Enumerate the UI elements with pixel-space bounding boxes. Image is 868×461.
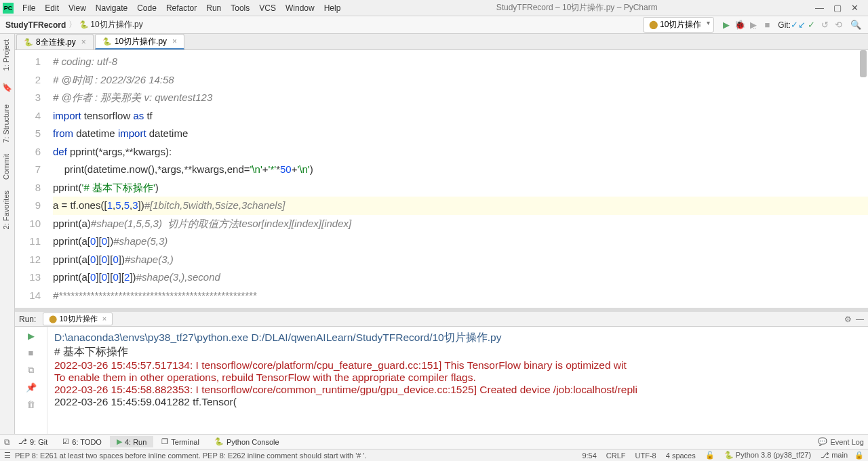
tab-8全连接[interactable]: 🐍 8全连接.py × xyxy=(16,34,94,49)
tab-todo[interactable]: ☑6: TODO xyxy=(56,436,108,447)
python-file-icon: 🐍 xyxy=(24,38,33,47)
left-tool-strip: 1: Project 🔖 7: Structure Commit 2: Favo… xyxy=(0,34,15,434)
line-separator[interactable]: CRLF xyxy=(606,452,626,460)
trash-icon[interactable]: 🗑 xyxy=(26,399,35,409)
tool-project[interactable]: 1: Project xyxy=(0,34,12,76)
interpreter-indicator[interactable]: 🐍 Python 3.8 (py38_tf27) xyxy=(724,451,811,460)
tab-close-icon[interactable]: × xyxy=(172,37,177,46)
pin-icon[interactable]: 📌 xyxy=(26,382,37,393)
breadcrumb-project[interactable]: StudyTFRecord xyxy=(5,20,66,30)
hide-icon[interactable]: — xyxy=(856,315,864,324)
code-line: # coding: utf-8 xyxy=(53,56,117,67)
code-area[interactable]: # coding: utf-8 # @时间 : 2022/3/26 14:58 … xyxy=(53,50,868,308)
window-title: StudyTFRecord – 10切片操作.py – PyCharm xyxy=(345,2,808,14)
tab-python-console[interactable]: 🐍Python Console xyxy=(208,436,286,447)
maximize-icon[interactable]: ▢ xyxy=(833,3,842,13)
rerun-icon[interactable]: ▶ xyxy=(28,331,35,341)
git-history-icon[interactable]: ↺ xyxy=(818,20,831,30)
code-line: #***************************************… xyxy=(53,289,256,301)
status-tools-icon[interactable]: ☰ xyxy=(4,451,11,460)
menu-tools[interactable]: Tools xyxy=(226,2,254,14)
editor-tabs: 🐍 8全连接.py × 🐍 10切片操作.py × xyxy=(0,34,868,50)
menu-file[interactable]: File xyxy=(18,2,39,14)
stop-icon[interactable]: ■ xyxy=(28,348,34,358)
menu-edit[interactable]: Edit xyxy=(41,2,63,14)
git-revert-icon[interactable]: ⟲ xyxy=(831,20,845,30)
caret-position[interactable]: 9:54 xyxy=(582,452,596,460)
run-toolwindow-header: Run: ⬤ 10切片操作 × ⚙ — xyxy=(15,312,868,327)
close-icon[interactable]: ✕ xyxy=(851,3,859,13)
breadcrumb-sep: 〉 xyxy=(68,19,77,31)
menu-run[interactable]: Run xyxy=(202,2,225,14)
tool-structure[interactable]: 7: Structure xyxy=(0,99,12,148)
terminal-icon: ❐ xyxy=(161,437,168,446)
run-config-chip[interactable]: ⬤ 10切片操作 × xyxy=(43,313,113,325)
console-line: To enable them in other operations, rebu… xyxy=(54,372,861,384)
menu-window[interactable]: Window xyxy=(281,2,319,14)
tab-git[interactable]: ⎇9: Git xyxy=(12,436,54,447)
file-encoding[interactable]: UTF-8 xyxy=(635,452,656,460)
run-label: Run: xyxy=(19,315,36,324)
gear-icon[interactable]: ⚙ xyxy=(844,315,852,324)
debug-button[interactable]: 🐞 xyxy=(733,20,747,30)
indent-setting[interactable]: 4 spaces xyxy=(666,452,696,460)
speech-bubble-icon: 💬 xyxy=(818,437,827,446)
python-file-icon: 🐍 xyxy=(79,20,89,30)
console-line: # 基本下标操作 xyxy=(54,345,861,359)
tab-terminal[interactable]: ❐Terminal xyxy=(155,436,206,447)
todo-icon: ☑ xyxy=(62,437,69,446)
menu-refactor[interactable]: Refactor xyxy=(162,2,201,14)
tool-favorites[interactable]: 2: Favorites xyxy=(0,185,12,235)
hide-all-icon[interactable]: ⧉ xyxy=(4,437,10,447)
run-toolwindow: ▶ ■ ⧉ 📌 🗑 D:\anaconda3\envs\py38_tf27\py… xyxy=(15,327,868,434)
console-cmd: D:\anaconda3\envs\py38_tf27\python.exe D… xyxy=(54,331,861,345)
run-icon: ▶ xyxy=(117,437,122,446)
tab-label: 10切片操作.py xyxy=(115,36,167,47)
run-config-chip-label: 10切片操作 xyxy=(59,315,97,323)
tab-close-icon[interactable]: × xyxy=(81,37,86,47)
search-everywhere-icon[interactable]: 🔍 xyxy=(849,20,863,30)
coverage-button[interactable]: ▶̤ xyxy=(747,20,760,30)
pycharm-icon: PC xyxy=(3,3,14,14)
tool-commit[interactable]: Commit xyxy=(0,148,12,185)
run-side-toolbar: ▶ ■ ⧉ 📌 🗑 xyxy=(15,327,47,434)
git-icon: ⎇ xyxy=(18,437,27,446)
breadcrumb-file[interactable]: 10切片操作.py xyxy=(90,19,142,31)
tab-run[interactable]: ▶4: Run xyxy=(110,436,153,447)
readonly-icon[interactable]: 🔓 xyxy=(705,451,715,460)
menu-vcs[interactable]: VCS xyxy=(255,2,280,14)
event-log-button[interactable]: 💬Event Log xyxy=(818,437,864,446)
line-number-gutter: 1234567891011121314 xyxy=(15,50,53,308)
status-pep8: PEP 8: E261 at least two spaces before i… xyxy=(15,452,367,460)
lock-icon[interactable]: 🔒 xyxy=(854,451,864,460)
bottom-toolwindow-tabs: ⧉ ⎇9: Git ☑6: TODO ▶4: Run ❐Terminal 🐍Py… xyxy=(0,434,868,449)
menubar: PC File Edit View Navigate Code Refactor… xyxy=(0,0,868,16)
tab-10切片操作[interactable]: 🐍 10切片操作.py × xyxy=(95,34,184,49)
menu-help[interactable]: Help xyxy=(320,2,345,14)
menu-view[interactable]: View xyxy=(64,2,90,14)
git-label: Git: xyxy=(778,20,791,30)
menu-navigate[interactable]: Navigate xyxy=(92,2,132,14)
stop-button[interactable]: ■ xyxy=(760,20,774,30)
code-line: # @时间 : 2022/3/26 14:58 xyxy=(53,74,174,85)
menu-code[interactable]: Code xyxy=(133,2,161,14)
git-update-icon[interactable]: ✓↙ xyxy=(791,20,804,30)
bookmark-icon[interactable]: 🔖 xyxy=(0,83,14,92)
python-file-icon: ⬤ xyxy=(649,20,658,29)
git-commit-icon[interactable]: ✓ xyxy=(804,20,818,30)
minimize-icon[interactable]: — xyxy=(815,3,824,13)
tab-label: 8全连接.py xyxy=(36,37,76,48)
layout-icon[interactable]: ⧉ xyxy=(28,365,34,376)
git-branch-indicator[interactable]: ⎇ main xyxy=(821,451,848,460)
code-editor[interactable]: 1234567891011121314 # coding: utf-8 # @时… xyxy=(15,50,868,308)
console-output[interactable]: D:\anaconda3\envs\py38_tf27\python.exe D… xyxy=(47,327,868,434)
run-button[interactable]: ▶ xyxy=(719,20,733,30)
run-config-selector[interactable]: ⬤ 10切片操作 xyxy=(643,17,715,33)
python-icon: 🐍 xyxy=(214,437,224,446)
close-icon[interactable]: × xyxy=(102,315,106,323)
console-line: 2022-03-26 15:45:57.517134: I tensorflow… xyxy=(54,359,861,372)
nav-row: StudyTFRecord 〉 🐍 10切片操作.py ⬤ 10切片操作 ▶ 🐞… xyxy=(0,16,868,34)
status-bar: ☰ PEP 8: E261 at least two spaces before… xyxy=(0,449,868,461)
console-line: 2022-03-26 15:45:59.041282 tf.Tensor( xyxy=(54,396,861,408)
editor-vscrollbar[interactable] xyxy=(860,50,867,308)
